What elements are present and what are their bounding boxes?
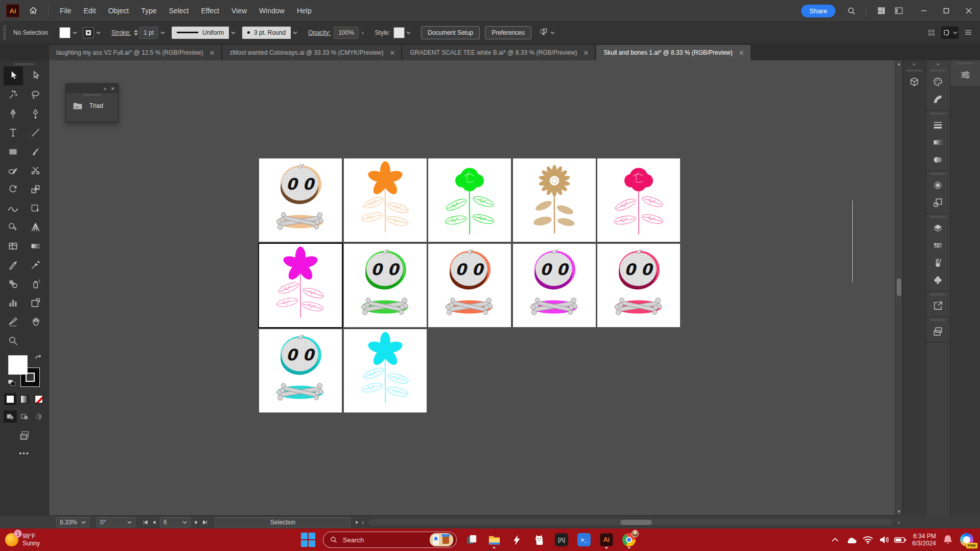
tray-chevron-icon[interactable] — [828, 532, 842, 547]
zoom-tool-icon[interactable] — [4, 331, 23, 350]
align-dropdown-icon[interactable] — [549, 27, 557, 38]
opacity-link[interactable]: Opacity: — [308, 29, 331, 36]
scale-tool-icon[interactable] — [26, 180, 45, 199]
rectangle-tool-icon[interactable] — [4, 142, 23, 161]
panel-view-toggle[interactable] — [941, 27, 959, 39]
direct-selection-tool-icon[interactable] — [26, 66, 45, 85]
document-tab-4[interactable]: Skull and bones 1.ai* @ 8.33 % (RGB/Prev… — [596, 45, 751, 60]
menu-file[interactable]: File — [55, 4, 77, 18]
stroke-weight-stepper[interactable] — [134, 30, 138, 36]
opacity-expand-icon[interactable]: › — [359, 27, 367, 38]
align-artboard-icon[interactable] — [539, 28, 549, 38]
stroke-panel-link[interactable]: Stroke: — [111, 29, 131, 36]
swatches-icon[interactable] — [928, 237, 948, 254]
collapse-dock-icon[interactable]: « — [913, 60, 916, 67]
paintbrush-tool-icon[interactable] — [26, 142, 45, 161]
default-fill-stroke-icon[interactable] — [8, 380, 15, 386]
width-profile-field[interactable]: Uniform — [172, 27, 229, 39]
curvature-tool-icon[interactable] — [26, 104, 45, 123]
minimize-button[interactable] — [913, 2, 935, 19]
perspective-grid-tool-icon[interactable] — [26, 218, 45, 237]
powershell-button[interactable]: >_ — [576, 531, 592, 548]
vertical-scrollbar[interactable]: ▲ ▼ — [895, 60, 902, 515]
workspace-switcher-icon[interactable] — [890, 3, 907, 18]
slice-tool-icon[interactable] — [4, 312, 23, 331]
export-icon[interactable] — [928, 297, 948, 314]
swap-fill-stroke-icon[interactable] — [35, 354, 42, 360]
artboard-tile-12-star-artwork[interactable] — [344, 329, 427, 412]
weather-widget[interactable]: 1 98°F Sunny — [5, 533, 107, 547]
llama-app-button[interactable] — [531, 531, 547, 548]
fill-color-swatch[interactable] — [59, 27, 71, 38]
document-setup-button[interactable]: Document Setup — [421, 26, 480, 39]
menu-object[interactable]: Object — [103, 4, 134, 18]
clock-widget[interactable]: 6:34 PM 6/3/2024 — [912, 533, 936, 547]
layers-icon[interactable] — [928, 219, 948, 237]
scroll-up-icon[interactable]: ▲ — [895, 60, 902, 67]
scissors-tool-icon[interactable] — [26, 161, 45, 180]
scroll-down-icon[interactable]: ▼ — [895, 508, 902, 515]
brush-definition-field[interactable]: 3 pt. Round — [242, 27, 291, 39]
rotate-view-tool-icon[interactable] — [4, 256, 23, 274]
artboard-tile-1-skull-artwork[interactable]: 0 0 — [259, 158, 342, 242]
style-swatch[interactable] — [393, 27, 405, 38]
opacity-field[interactable]: 100% — [334, 27, 359, 39]
edit-toolbar-button[interactable]: ••• — [19, 449, 30, 457]
pen-tool-icon[interactable] — [4, 104, 23, 123]
appearance-icon[interactable] — [928, 176, 948, 194]
brush-dropdown-icon[interactable] — [291, 27, 299, 38]
app-grid-icon[interactable] — [927, 28, 936, 37]
preferences-button[interactable]: Preferences — [485, 26, 531, 39]
toolbar-grip[interactable] — [14, 63, 35, 65]
symbols-icon[interactable] — [928, 271, 948, 289]
selection-tool-icon[interactable] — [4, 66, 23, 85]
artboards-panel-icon[interactable] — [928, 194, 948, 211]
start-button[interactable] — [300, 532, 316, 547]
scroll-left-icon[interactable]: ‹ — [360, 519, 366, 526]
first-artboard-icon[interactable] — [143, 520, 148, 525]
scroll-right-icon[interactable]: › — [896, 519, 902, 526]
artboard-tile-5-rose-artwork[interactable] — [597, 158, 680, 242]
battery-icon[interactable] — [894, 532, 907, 547]
color-palette-icon[interactable] — [928, 73, 948, 90]
3d-materials-icon[interactable] — [904, 73, 924, 90]
screen-mode-icon[interactable] — [19, 430, 30, 441]
search-icon[interactable] — [843, 3, 860, 18]
gradient-tool-icon[interactable] — [26, 237, 45, 256]
menu-help[interactable]: Help — [292, 4, 317, 18]
canvas[interactable]: » ✕ Triad ▲ ▼ 0 0 — [49, 60, 902, 515]
artboard-tile-9-skull-artwork[interactable]: 0 0 — [513, 244, 596, 327]
previous-artboard-icon[interactable] — [151, 520, 157, 525]
artboard-tile-10-skull-artwork[interactable]: 0 0 — [597, 244, 680, 327]
style-dropdown-icon[interactable] — [405, 27, 413, 38]
notification-bell-icon[interactable] — [941, 532, 954, 547]
width-profile-dropdown-icon[interactable] — [229, 27, 237, 38]
none-mode-button[interactable] — [33, 393, 45, 405]
fill-indicator[interactable] — [8, 355, 28, 375]
panel-close-icon[interactable]: ✕ — [111, 86, 115, 91]
illustrator-taskbar-button[interactable]: Ai — [599, 531, 614, 548]
fill-stroke-control[interactable] — [8, 355, 41, 388]
last-artboard-icon[interactable] — [202, 520, 208, 525]
document-tab-2[interactable]: zMost wanted Colorways.ai @ 33.33 % (CMY… — [223, 45, 402, 60]
artboard-number-field[interactable]: 6 — [160, 517, 191, 527]
eyedropper-tool-icon[interactable] — [26, 256, 45, 274]
zoom-level-field[interactable]: 8.33% — [56, 517, 89, 527]
column-graph-tool-icon[interactable] — [4, 293, 23, 312]
menu-edit[interactable]: Edit — [79, 4, 101, 18]
triad-label[interactable]: Triad — [89, 102, 103, 109]
symbol-sprayer-tool-icon[interactable] — [26, 274, 45, 293]
artboard-tile-8-skull-artwork[interactable]: 0 0 — [428, 244, 511, 327]
rotate-tool-icon[interactable] — [4, 180, 23, 199]
free-transform-tool-icon[interactable] — [26, 199, 45, 218]
horizontal-scroll-thumb[interactable] — [620, 520, 652, 525]
menu-window[interactable]: Window — [254, 4, 290, 18]
artboard-tile-2-star-artwork[interactable] — [344, 158, 427, 242]
status-expand-icon[interactable] — [355, 520, 360, 525]
tab-close-icon[interactable]: ✕ — [738, 49, 745, 57]
color-guide-icon[interactable] — [928, 90, 948, 108]
artboard-tool-icon[interactable] — [26, 293, 45, 312]
panel-list-icon[interactable] — [964, 28, 973, 37]
menu-view[interactable]: View — [226, 4, 252, 18]
rotation-field[interactable]: 0° — [97, 517, 135, 527]
